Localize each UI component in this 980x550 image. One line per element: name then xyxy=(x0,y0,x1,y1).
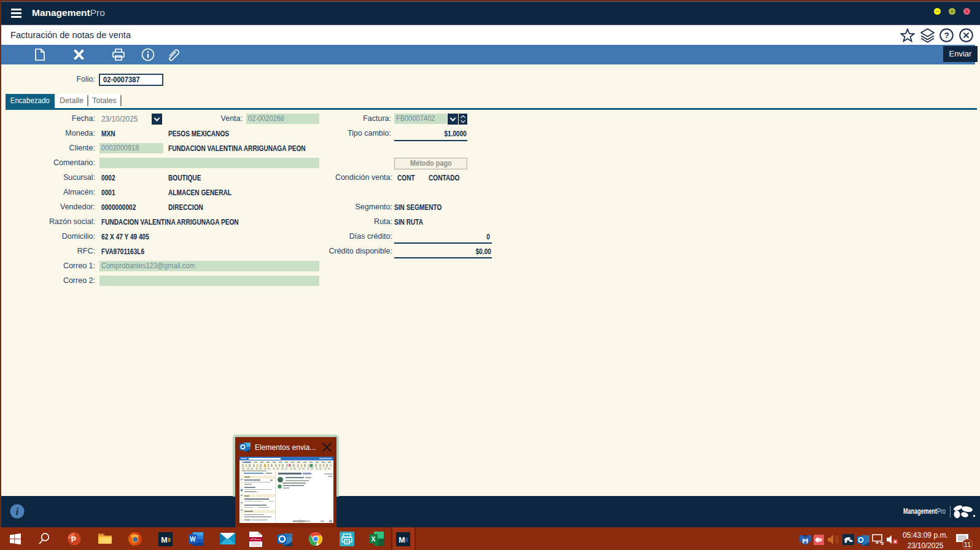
svg-text:8: 8 xyxy=(168,536,171,543)
svg-text:8: 8 xyxy=(405,536,408,543)
svg-text:ePDFsam: ePDFsam xyxy=(251,538,262,541)
svg-text:M: M xyxy=(161,536,167,544)
svg-text:W: W xyxy=(190,536,196,543)
svg-text:M: M xyxy=(399,536,405,544)
svg-text:i: i xyxy=(16,506,19,517)
svg-text:P: P xyxy=(71,535,76,544)
svg-text:11: 11 xyxy=(964,541,971,548)
svg-text:?: ? xyxy=(944,31,949,40)
svg-text:X: X xyxy=(371,535,375,543)
